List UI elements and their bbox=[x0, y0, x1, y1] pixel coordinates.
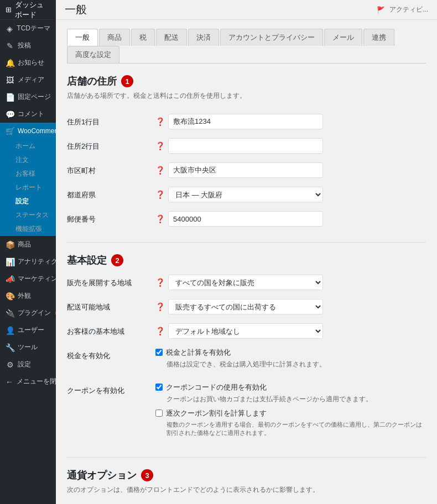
sidebar-item-label: ツール bbox=[18, 343, 38, 352]
city-input[interactable] bbox=[168, 162, 323, 178]
sidebar-item-settings[interactable]: ⚙ 設定 bbox=[0, 356, 56, 373]
sidebar-item-posts[interactable]: ✎ 投稿 bbox=[0, 37, 56, 54]
sidebar-sub-customers[interactable]: お客様 bbox=[0, 167, 56, 181]
sidebar: ⊞ ダッシュボード ◈ TCDテーマ ✎ 投稿 🔔 お知らせ 🖼 メディア 📄 … bbox=[0, 0, 56, 504]
sidebar-item-label: プラグイン bbox=[18, 308, 51, 318]
tax-label: 税金を有効化 bbox=[67, 348, 155, 361]
tab-account-privacy[interactable]: アカウントとプライバシー bbox=[220, 29, 323, 46]
sidebar-item-label: 外観 bbox=[18, 291, 31, 301]
sidebar-item-label: マーケティング bbox=[18, 274, 56, 284]
sidebar-sub-extensions[interactable]: 機能拡張 bbox=[0, 222, 56, 236]
sidebar-sub-status[interactable]: ステータス bbox=[0, 208, 56, 222]
basic-settings-label: 基本設定 bbox=[67, 254, 107, 267]
tab-integration[interactable]: 連携 bbox=[363, 29, 394, 46]
coupon-checkbox2[interactable] bbox=[155, 410, 163, 417]
tab-advanced[interactable]: 高度な設定 bbox=[67, 46, 119, 63]
bell-icon: 🔔 bbox=[6, 59, 14, 67]
sidebar-item-label: 固定ページ bbox=[18, 92, 51, 102]
analytics-icon: 📊 bbox=[6, 258, 14, 266]
coupon-checkbox2-desc: 複数のクーポンを適用する場合、最初のクーポンをすべての価格に適用し、第二のクーポ… bbox=[167, 421, 426, 437]
sidebar-item-comments[interactable]: 💬 コメント bbox=[0, 106, 56, 123]
shipping-select[interactable]: 販売するすべての国に出荷する bbox=[168, 299, 323, 314]
default-region-select[interactable]: デフォルト地域なし bbox=[168, 323, 323, 339]
store-address-form: 住所1行目 ❓ 住所2行目 ❓ 市区町村 bbox=[67, 109, 426, 231]
address2-input[interactable] bbox=[168, 138, 323, 154]
sidebar-logo[interactable]: ⊞ ダッシュボード bbox=[0, 0, 56, 20]
help-icon: ❓ bbox=[155, 214, 165, 223]
section-badge-2: 2 bbox=[111, 254, 123, 266]
tax-checkbox-desc: 価格は設定でき、税金は購入処理中に計算されます。 bbox=[167, 360, 426, 369]
topbar: 一般 🚩 アクティビ... bbox=[56, 0, 437, 20]
tools-icon: 🔧 bbox=[6, 343, 14, 352]
postcode-label: 郵便番号 bbox=[67, 211, 155, 224]
sidebar-item-collapse[interactable]: ← メニューを閉じる bbox=[0, 373, 56, 390]
section-badge-1: 1 bbox=[121, 75, 133, 87]
woocommerce-icon: 🛒 bbox=[6, 127, 14, 135]
address2-label: 住所2行目 bbox=[67, 138, 155, 151]
sidebar-sub-orders[interactable]: 注文 bbox=[0, 153, 56, 167]
tab-products[interactable]: 商品 bbox=[99, 29, 130, 46]
marketing-icon: 📣 bbox=[6, 275, 14, 284]
tab-shipping[interactable]: 配送 bbox=[156, 29, 187, 46]
sidebar-item-label: コメント bbox=[18, 109, 44, 119]
tab-email[interactable]: メール bbox=[324, 29, 362, 46]
help-icon: ❓ bbox=[155, 278, 165, 287]
flag-icon: 🚩 bbox=[377, 6, 385, 14]
help-icon: ❓ bbox=[155, 117, 165, 126]
tab-tax[interactable]: 税 bbox=[131, 29, 155, 46]
tab-general[interactable]: 一般 bbox=[67, 29, 98, 46]
sidebar-sub-home[interactable]: ホーム bbox=[0, 139, 56, 153]
sidebar-item-label: 商品 bbox=[18, 240, 31, 249]
sidebar-item-tcd-theme[interactable]: ◈ TCDテーマ bbox=[0, 20, 56, 37]
activity-button[interactable]: 🚩 アクティビ... bbox=[377, 5, 428, 14]
postcode-control: ❓ bbox=[155, 211, 426, 227]
collapse-icon: ← bbox=[6, 377, 13, 386]
state-select[interactable]: 日本 — 大阪府 bbox=[168, 187, 323, 202]
media-icon: 🖼 bbox=[6, 76, 14, 85]
store-address-title: 店舗の住所 1 bbox=[67, 75, 426, 88]
state-label: 都道府県 bbox=[67, 187, 155, 200]
main-content: 一般 🚩 アクティビ... 一般 商品 税 配送 決済 アカウントとプライバシー… bbox=[56, 0, 437, 504]
sidebar-item-label: メディア bbox=[18, 75, 44, 85]
state-row: 都道府県 ❓ 日本 — 大阪府 bbox=[67, 182, 426, 207]
sidebar-item-label: ユーザー bbox=[18, 326, 44, 335]
city-row: 市区町村 ❓ bbox=[67, 158, 426, 182]
gear-icon: ⚙ bbox=[6, 360, 14, 369]
postcode-input[interactable] bbox=[168, 211, 323, 227]
address1-input[interactable] bbox=[168, 114, 323, 129]
sidebar-sub-settings[interactable]: 設定 bbox=[0, 195, 56, 208]
coupon-checkbox1[interactable] bbox=[155, 384, 163, 391]
sidebar-item-notices[interactable]: 🔔 お知らせ bbox=[0, 54, 56, 71]
sidebar-item-appearance[interactable]: 🎨 外観 bbox=[0, 287, 56, 305]
help-icon: ❓ bbox=[155, 327, 165, 335]
sidebar-item-label: メニューを閉じる bbox=[17, 377, 56, 386]
sidebar-item-marketing[interactable]: 📣 マーケティング bbox=[0, 270, 56, 287]
help-icon: ❓ bbox=[155, 190, 165, 199]
currency-options-desc: 次のオプションは、価格がフロントエンドでどのように表示されるかに影響します。 bbox=[67, 485, 426, 495]
default-region-control: ❓ デフォルト地域なし bbox=[155, 323, 426, 339]
tax-checkbox[interactable] bbox=[155, 349, 163, 356]
sell-select[interactable]: すべての国を対象に販売 bbox=[168, 275, 323, 290]
products-icon: 📦 bbox=[6, 240, 14, 249]
sidebar-sub-reports[interactable]: レポート bbox=[0, 181, 56, 195]
section-divider-2 bbox=[67, 457, 426, 458]
sidebar-item-products[interactable]: 📦 商品 bbox=[0, 236, 56, 253]
plugin-icon: 🔌 bbox=[6, 309, 14, 318]
basic-settings-form: 販売を展開する地域 ❓ すべての国を対象に販売 配送可能地域 ❓ bbox=[67, 270, 426, 446]
sell-label: 販売を展開する地域 bbox=[67, 275, 155, 288]
dashboard-icon: ⊞ bbox=[6, 6, 12, 14]
sidebar-item-analytics[interactable]: 📊 アナリティクス bbox=[0, 253, 56, 270]
sidebar-item-tools[interactable]: 🔧 ツール bbox=[0, 339, 56, 356]
sell-row: 販売を展開する地域 ❓ すべての国を対象に販売 bbox=[67, 270, 426, 295]
sidebar-item-media[interactable]: 🖼 メディア bbox=[0, 71, 56, 88]
tab-payment[interactable]: 決済 bbox=[188, 29, 219, 46]
sidebar-item-users[interactable]: 👤 ユーザー bbox=[0, 322, 56, 339]
sidebar-item-woocommerce[interactable]: 🛒 WooCommerce bbox=[0, 123, 56, 139]
tax-checkbox-label: 税金と計算を有効化 bbox=[166, 348, 231, 358]
shipping-row: 配送可能地域 ❓ 販売するすべての国に出荷する bbox=[67, 295, 426, 319]
sidebar-item-plugins[interactable]: 🔌 プラグイン 11 bbox=[0, 305, 56, 322]
state-control: ❓ 日本 — 大阪府 bbox=[155, 187, 426, 202]
help-icon: ❓ bbox=[155, 141, 165, 150]
section-divider-1 bbox=[67, 242, 426, 243]
sidebar-item-fixed-pages[interactable]: 📄 固定ページ bbox=[0, 88, 56, 106]
